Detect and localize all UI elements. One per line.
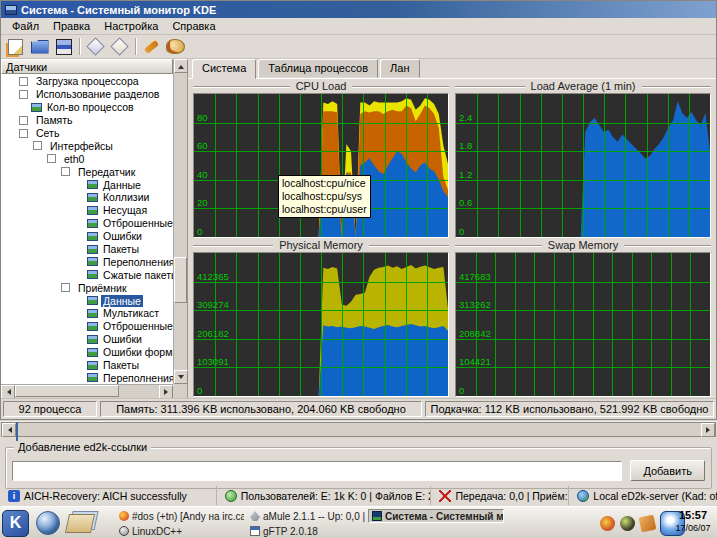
taskbar-clock[interactable]: 15:57 17/06/07 — [670, 509, 716, 535]
amule-tray-icon[interactable] — [600, 516, 615, 531]
toolbar-separator[interactable] — [76, 36, 83, 57]
tree-item[interactable]: Сжатые пакеты — [1, 268, 173, 281]
tree-item[interactable]: Ошибки — [1, 333, 173, 346]
connect-host-icon[interactable] — [84, 36, 107, 57]
tree-item[interactable]: Память — [1, 114, 173, 127]
tree-item[interactable]: Коллизии — [1, 191, 173, 204]
tree-item[interactable]: Отброшенные пакеты — [1, 320, 173, 333]
open-worksheet-icon[interactable] — [28, 36, 51, 57]
menu-item[interactable]: Справка — [165, 19, 222, 33]
browser-globe-icon[interactable] — [36, 511, 60, 535]
sensor-icon — [87, 245, 98, 254]
toolbar-separator[interactable] — [132, 36, 139, 57]
tree-item[interactable]: Переполнения — [1, 371, 173, 384]
ed2k-link-input[interactable] — [12, 461, 622, 481]
tree-item[interactable]: Ошибки — [1, 230, 173, 243]
tree-item[interactable]: Сеть — [1, 127, 173, 140]
configure-icon[interactable] — [140, 36, 163, 57]
add-button[interactable]: Добавить — [630, 460, 705, 481]
task-ksysguard[interactable]: Система - Системный м — [368, 509, 504, 523]
menu-item[interactable]: Правка — [46, 19, 97, 33]
scroll-track[interactable] — [16, 423, 701, 436]
transfer-status: Передача: 0,0 | Приём: 0,0 — [431, 486, 569, 505]
sensor-icon — [87, 373, 98, 382]
task-konversation[interactable]: #dos (+tn) [Andy на irc.ca — [116, 509, 244, 523]
tree-item[interactable]: Приёмник — [1, 281, 173, 294]
expander-icon[interactable] — [19, 129, 28, 138]
tree-item[interactable]: Передатчик — [1, 165, 173, 178]
expander-icon[interactable] — [61, 167, 70, 176]
svg-text:103091: 103091 — [197, 356, 229, 367]
scroll-down-icon[interactable] — [174, 370, 188, 384]
tree-item[interactable]: Данные — [1, 294, 173, 307]
scroll-track[interactable] — [174, 73, 187, 370]
kmenu-icon[interactable]: K — [2, 510, 29, 537]
expander-icon[interactable] — [61, 283, 70, 292]
tab[interactable]: Лан — [380, 59, 419, 78]
tree-item[interactable]: Использование разделов — [1, 88, 173, 101]
tree-item[interactable]: Переполнения — [1, 255, 173, 268]
scroll-thumb[interactable] — [16, 422, 18, 441]
expander-icon[interactable] — [47, 154, 56, 163]
tab[interactable]: Система — [192, 59, 256, 79]
tree-item[interactable]: Пакеты — [1, 243, 173, 256]
expander-icon[interactable] — [19, 90, 28, 99]
sensor-icon — [87, 348, 98, 357]
expander-icon[interactable] — [19, 77, 28, 86]
scroll-right-icon[interactable] — [159, 385, 173, 399]
chart-title: Swap Memory — [455, 238, 711, 252]
tree-item-label: Ошибки формата — [101, 346, 173, 358]
tree-item[interactable]: Интерфейсы — [1, 139, 173, 152]
expander-icon[interactable] — [19, 116, 28, 125]
physical-memory-plot: 0103091206182309274412365 — [193, 252, 449, 397]
task-linuxdc[interactable]: LinuxDC++ — [116, 524, 244, 538]
tree-horizontal-scrollbar[interactable] — [1, 384, 173, 398]
sensor-icon — [87, 257, 98, 266]
tooltip-line: localhost:cpu/nice — [282, 177, 367, 190]
tree-item[interactable]: eth0 — [1, 152, 173, 165]
tree-item[interactable]: Мультикаст — [1, 307, 173, 320]
tray-icon[interactable] — [620, 516, 635, 531]
task-gftp[interactable]: gFTP 2.0.18 — [247, 524, 366, 538]
tree-item[interactable]: Ошибки формата — [1, 346, 173, 359]
tree-item[interactable]: Несущая — [1, 204, 173, 217]
expander-icon[interactable] — [33, 141, 42, 150]
files-icon[interactable] — [65, 514, 95, 533]
scroll-thumb[interactable] — [174, 257, 187, 303]
scroll-left-icon[interactable] — [2, 423, 16, 437]
tab[interactable]: Таблица процессов — [258, 59, 378, 78]
sensor-icon — [87, 335, 98, 344]
cpu-load-chart: CPU Load 020406080 localhost:cpu/niceloc… — [190, 79, 452, 238]
scroll-up-icon[interactable] — [174, 59, 188, 73]
tree-vertical-scrollbar[interactable] — [173, 59, 187, 384]
task-list: #dos (+tn) [Andy на irc.ca aMule 2.1.1 -… — [116, 508, 506, 538]
new-worksheet-icon[interactable] — [4, 36, 27, 57]
scroll-left-icon[interactable] — [1, 385, 15, 399]
menu-item[interactable]: Файл — [5, 19, 46, 33]
titlebar[interactable]: Система - Системный монитор KDE — [1, 1, 716, 18]
sensor-icon — [87, 270, 98, 279]
menubar: ФайлПравкаНастройкаСправка — [1, 18, 716, 35]
tree-item[interactable]: Кол-во процессов — [1, 101, 173, 114]
scroll-track[interactable] — [15, 385, 159, 398]
tree-item[interactable]: Загрузка процессора — [1, 75, 173, 88]
scroll-right-icon[interactable] — [701, 423, 715, 437]
scroll-thumb[interactable] — [15, 385, 119, 397]
tree-item[interactable]: Данные — [1, 178, 173, 191]
transfer-arrows-icon — [439, 490, 451, 502]
tray-icon[interactable] — [639, 514, 657, 532]
disconnect-host-icon[interactable] — [108, 36, 131, 57]
svg-text:309274: 309274 — [197, 299, 229, 310]
save-worksheet-icon[interactable] — [52, 36, 75, 57]
menu-item[interactable]: Настройка — [97, 19, 165, 33]
sensor-tooltip: localhost:cpu/nicelocalhost:cpu/syslocal… — [278, 175, 371, 218]
users-files-text: Пользователей: E: 1k K: 0 | Файлов E: 27… — [241, 490, 432, 502]
svg-text:1.2: 1.2 — [459, 169, 472, 180]
task-amule[interactable]: aMule 2.1.1 -- Up: 0,0 | Dow — [247, 509, 366, 523]
style-palette-icon[interactable] — [164, 36, 187, 57]
tree-item[interactable]: Пакеты — [1, 359, 173, 372]
amule-horizontal-scrollbar[interactable] — [1, 422, 716, 437]
sensor-browser-header[interactable]: Датчики — [1, 59, 173, 74]
clock-date: 17/06/07 — [670, 522, 716, 535]
tree-item[interactable]: Отброшенные пакеты — [1, 217, 173, 230]
